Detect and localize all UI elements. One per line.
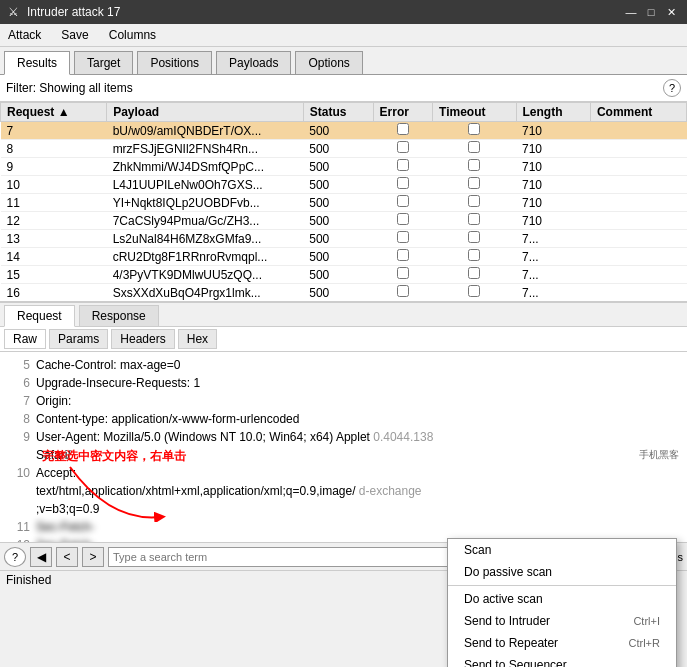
cell-status: 500	[303, 140, 373, 158]
context-menu-item[interactable]: Send to Sequencer	[448, 654, 676, 667]
lower-tab-request[interactable]: Request	[4, 305, 75, 327]
cell-timeout[interactable]	[433, 140, 517, 158]
menu-save[interactable]: Save	[57, 26, 92, 44]
cell-payload: Ls2uNal84H6MZ8xGMfa9...	[107, 230, 304, 248]
cell-req: 15	[1, 266, 107, 284]
close-button[interactable]: ✕	[663, 4, 679, 20]
cell-length: 710	[516, 212, 590, 230]
col-payload[interactable]: Payload	[107, 103, 304, 122]
cell-req: 12	[1, 212, 107, 230]
tab-positions[interactable]: Positions	[137, 51, 212, 74]
table-row[interactable]: 7 bU/w09/amIQNBDErT/OX... 500 710	[1, 122, 687, 140]
cell-error[interactable]	[373, 140, 432, 158]
table-row[interactable]: 11 YI+Nqkt8IQLp2UOBDFvb... 500 710	[1, 194, 687, 212]
table-row[interactable]: 10 L4J1UUPILeNw0Oh7GXS... 500 710	[1, 176, 687, 194]
table-row[interactable]: 14 cRU2Dtg8F1RRnroRvmqpl... 500 7...	[1, 248, 687, 266]
context-menu-item[interactable]: Send to IntruderCtrl+I	[448, 610, 676, 632]
cell-payload: mrzFSJjEGNIl2FNSh4Rn...	[107, 140, 304, 158]
cell-req: 11	[1, 194, 107, 212]
sub-tab-hex[interactable]: Hex	[178, 329, 217, 349]
cell-length: 7...	[516, 266, 590, 284]
cell-payload: bU/w09/amIQNBDErT/OX...	[107, 122, 304, 140]
table-row[interactable]: 13 Ls2uNal84H6MZ8xGMfa9... 500 7...	[1, 230, 687, 248]
table-row[interactable]: 16 SxsXXdXuBqO4Prgx1lmk... 500 7...	[1, 284, 687, 302]
sub-tab-headers[interactable]: Headers	[111, 329, 174, 349]
table-row[interactable]: 8 mrzFSJjEGNIl2FNSh4Rn... 500 710	[1, 140, 687, 158]
ctx-shortcut: Ctrl+R	[629, 637, 660, 649]
cell-status: 500	[303, 248, 373, 266]
cell-timeout[interactable]	[433, 194, 517, 212]
cell-error[interactable]	[373, 176, 432, 194]
cell-length: 710	[516, 176, 590, 194]
tab-target[interactable]: Target	[74, 51, 133, 74]
ctx-label: Do active scan	[464, 592, 543, 606]
cell-timeout[interactable]	[433, 176, 517, 194]
sub-tab-raw[interactable]: Raw	[4, 329, 46, 349]
context-menu-item[interactable]: Scan	[448, 539, 676, 561]
col-comment[interactable]: Comment	[590, 103, 686, 122]
cell-error[interactable]	[373, 212, 432, 230]
cell-error[interactable]	[373, 158, 432, 176]
bottom-help-button[interactable]: ?	[4, 547, 26, 567]
results-table-container: Request ▲ Payload Status Error Timeout L…	[0, 102, 687, 302]
prev-button[interactable]: ◀	[30, 547, 52, 567]
maximize-button[interactable]: □	[643, 4, 659, 20]
tab-payloads[interactable]: Payloads	[216, 51, 291, 74]
tab-options[interactable]: Options	[295, 51, 362, 74]
col-length[interactable]: Length	[516, 103, 590, 122]
cell-comment	[590, 266, 686, 284]
cell-req: 10	[1, 176, 107, 194]
col-request[interactable]: Request ▲	[1, 103, 107, 122]
sub-tab-params[interactable]: Params	[49, 329, 108, 349]
context-menu-item[interactable]: Do active scan	[448, 588, 676, 610]
cell-timeout[interactable]	[433, 122, 517, 140]
cell-timeout[interactable]	[433, 158, 517, 176]
req-line-5: 5Cache-Control: max-age=0	[8, 356, 679, 374]
context-menu-item[interactable]: Send to RepeaterCtrl+R	[448, 632, 676, 654]
results-table: Request ▲ Payload Status Error Timeout L…	[0, 102, 687, 302]
filter-bar: Filter: Showing all items ?	[0, 75, 687, 102]
cell-timeout[interactable]	[433, 266, 517, 284]
cell-comment	[590, 176, 686, 194]
table-row[interactable]: 12 7CaCSly94Pmua/Gc/ZH3... 500 710	[1, 212, 687, 230]
menu-bar: Attack Save Columns	[0, 24, 687, 47]
cell-comment	[590, 140, 686, 158]
col-status[interactable]: Status	[303, 103, 373, 122]
menu-columns[interactable]: Columns	[105, 26, 160, 44]
back-button[interactable]: <	[56, 547, 78, 567]
cell-length: 710	[516, 140, 590, 158]
lower-tab-response[interactable]: Response	[79, 305, 159, 326]
cell-timeout[interactable]	[433, 284, 517, 302]
cell-comment	[590, 194, 686, 212]
minimize-button[interactable]: —	[623, 4, 639, 20]
cell-comment	[590, 248, 686, 266]
table-row[interactable]: 9 ZhkNmmi/WJ4DSmfQPpC... 500 710	[1, 158, 687, 176]
title-bar: ⚔ Intruder attack 17 — □ ✕	[0, 0, 687, 24]
filter-help-button[interactable]: ?	[663, 79, 681, 97]
cell-timeout[interactable]	[433, 248, 517, 266]
req-line-10: 10Accept:	[8, 464, 679, 482]
table-row[interactable]: 15 4/3PyVTK9DMlwUU5zQQ... 500 7...	[1, 266, 687, 284]
context-menu-separator	[448, 585, 676, 586]
cell-timeout[interactable]	[433, 212, 517, 230]
cell-status: 500	[303, 230, 373, 248]
cell-error[interactable]	[373, 122, 432, 140]
forward-button[interactable]: >	[82, 547, 104, 567]
cell-error[interactable]	[373, 248, 432, 266]
tab-results[interactable]: Results	[4, 51, 70, 75]
cell-error[interactable]	[373, 194, 432, 212]
cell-payload: cRU2Dtg8F1RRnroRvmqpl...	[107, 248, 304, 266]
cell-timeout[interactable]	[433, 230, 517, 248]
sub-tabs: Raw Params Headers Hex	[0, 327, 687, 352]
context-menu-item[interactable]: Do passive scan	[448, 561, 676, 583]
cell-req: 14	[1, 248, 107, 266]
cell-error[interactable]	[373, 284, 432, 302]
window-controls[interactable]: — □ ✕	[623, 4, 679, 20]
cell-error[interactable]	[373, 266, 432, 284]
cell-req: 7	[1, 122, 107, 140]
cell-error[interactable]	[373, 230, 432, 248]
col-timeout[interactable]: Timeout	[433, 103, 517, 122]
menu-attack[interactable]: Attack	[4, 26, 45, 44]
req-line-safari: Safari/	[8, 446, 679, 464]
col-error[interactable]: Error	[373, 103, 432, 122]
